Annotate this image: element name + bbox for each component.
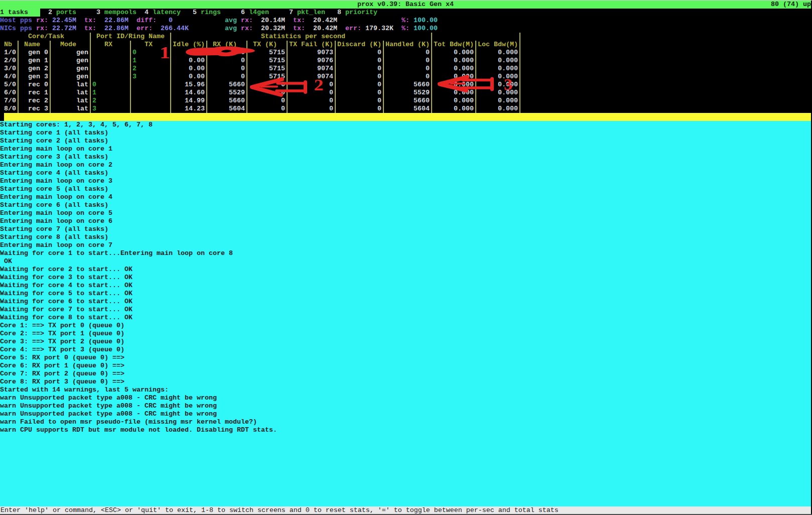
svg-text:1: 1	[160, 43, 170, 62]
svg-text:3: 3	[504, 76, 512, 93]
svg-text:2: 2	[314, 76, 324, 94]
